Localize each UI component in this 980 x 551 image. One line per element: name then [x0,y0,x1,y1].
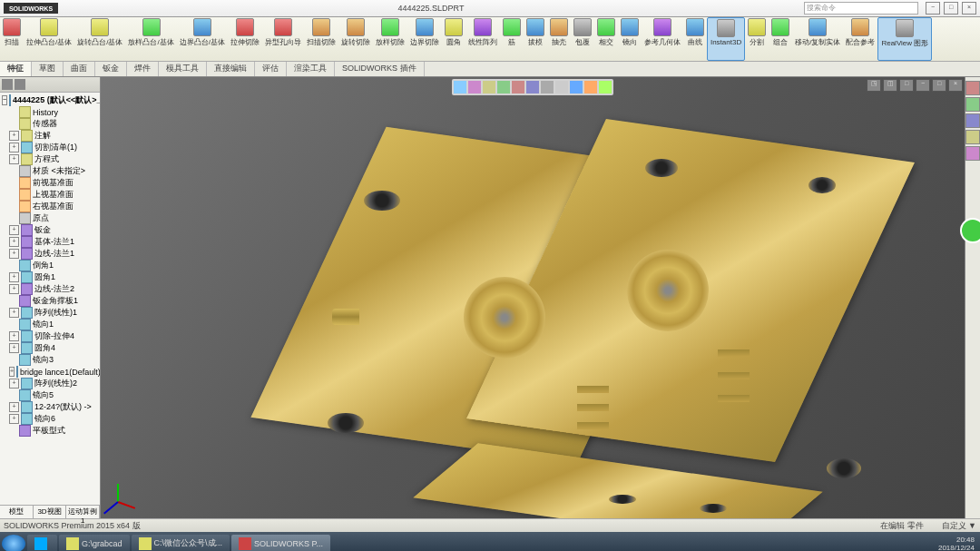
decals-tab[interactable] [965,97,980,112]
ribbon-btn-2[interactable]: 旋转凸台/基体 [74,17,125,61]
viewport-btn-3[interactable]: − [916,79,930,92]
ribbon-btn-24[interactable]: 移动/复制实体 [792,17,843,61]
tab-3[interactable]: 钣金 [95,62,127,76]
custom-props-tab[interactable] [965,130,980,144]
tab-2[interactable]: 曲面 [64,62,95,76]
tree-node[interactable]: +阵列(线性)2 [0,378,100,389]
ribbon-btn-9[interactable]: 放样切除 [373,17,407,61]
scenes-tab[interactable] [965,113,980,128]
tree-root-node[interactable]: − 4444225 (默认<<默认>_显示状 [0,94,100,106]
tab-4[interactable]: 焊件 [127,62,159,76]
ribbon-btn-19[interactable]: 参考几何体 [642,17,683,61]
3d-model[interactable] [264,113,881,513]
view-tool-10[interactable] [599,81,612,93]
filter-icon[interactable] [2,79,13,90]
expand-icon[interactable]: + [9,237,19,247]
view-tool-8[interactable] [570,81,583,93]
tree-node[interactable]: 原点 [0,212,100,224]
ribbon-btn-8[interactable]: 旋转切除 [338,17,373,61]
start-button[interactable] [2,535,25,552]
taskbar-item-2[interactable]: C:\微信公众号\成... [132,535,230,552]
minimize-button[interactable]: − [926,2,940,15]
view-tool-1[interactable] [468,81,481,93]
tree-node[interactable]: 镜向5 [0,389,100,401]
display-icon[interactable] [15,79,25,90]
expand-icon[interactable]: + [9,402,19,412]
view-tool-7[interactable] [555,81,568,93]
tab-9[interactable]: SOLIDWORKS 插件 [335,62,425,76]
viewport-btn-4[interactable]: □ [932,79,946,92]
maximize-button[interactable]: □ [944,2,958,15]
expand-icon[interactable]: + [9,414,19,424]
viewport-btn-0[interactable]: ◳ [867,79,881,92]
ribbon-btn-21[interactable]: Instant3D [707,17,745,61]
tree-node[interactable]: 前视基准面 [0,177,100,189]
tab-7[interactable]: 评估 [255,62,287,76]
expand-icon[interactable]: + [9,367,15,377]
feature-tree[interactable]: − 4444225 (默认<<默认>_显示状 History传感器+注解+切割清… [0,93,100,505]
expand-icon[interactable]: + [9,249,19,259]
tree-node[interactable]: +12-24?(默认) -> [0,401,100,413]
ribbon-btn-12[interactable]: 线性阵列 [466,17,500,61]
ribbon-btn-7[interactable]: 扫描切除 [304,17,338,61]
expand-icon[interactable]: + [9,272,19,282]
tree-node[interactable]: 右视基准面 [0,201,100,212]
ribbon-btn-23[interactable]: 组合 [769,17,792,61]
view-tool-4[interactable] [512,81,524,93]
tree-node[interactable]: History [0,106,100,118]
ribbon-btn-4[interactable]: 边界凸台/基体 [177,17,228,61]
tab-5[interactable]: 模具工具 [159,62,207,76]
status-custom[interactable]: 自定义 ▼ [942,520,976,532]
ribbon-btn-5[interactable]: 拉伸切除 [228,17,262,61]
system-clock[interactable]: 20:48 2018/12/24 [938,536,978,552]
taskbar-item-0[interactable] [27,535,57,552]
ribbon-btn-25[interactable]: 配合参考 [843,17,877,61]
expand-icon[interactable]: + [9,154,19,164]
tree-node[interactable]: +边线-法兰1 [0,248,100,260]
tree-node[interactable]: 传感器 [0,118,100,130]
bottom-tab-1[interactable]: 3D视图 [34,506,67,518]
expand-icon[interactable]: − [2,95,7,105]
tab-6[interactable]: 直接编辑 [207,62,255,76]
tree-node[interactable]: +圆角1 [0,271,100,283]
3d-viewport[interactable]: ◳◫□−□× [101,77,965,518]
taskbar-item-1[interactable]: G:\grabcad [59,535,130,552]
view-tool-6[interactable] [541,81,554,93]
expand-icon[interactable]: + [9,131,19,141]
ribbon-btn-26[interactable]: RealView 图形 [877,17,932,61]
ribbon-btn-3[interactable]: 放样凸台/基体 [125,17,176,61]
close-button[interactable]: × [962,2,976,15]
bottom-tab-0[interactable]: 模型 [0,506,34,518]
orientation-triad[interactable] [110,473,146,509]
tree-node[interactable]: 上视基准面 [0,189,100,201]
tree-node[interactable]: +边线-法兰2 [0,283,100,295]
bottom-tab-2[interactable]: 运动算例1 [66,506,100,518]
view-tool-2[interactable] [483,81,495,93]
viewport-btn-2[interactable]: □ [899,79,914,92]
tree-node[interactable]: +切除-拉伸4 [0,330,100,342]
tree-node[interactable]: +基体-法兰1 [0,236,100,248]
tree-node[interactable]: +钣金 [0,224,100,236]
expand-icon[interactable]: + [9,284,19,294]
tree-node[interactable]: 镜向1 [0,319,100,330]
expand-icon[interactable]: + [9,143,19,153]
viewport-btn-5[interactable]: × [948,79,963,92]
view-tool-5[interactable] [526,81,539,93]
ribbon-btn-20[interactable]: 曲线 [683,17,707,61]
ribbon-btn-1[interactable]: 拉伸凸台/基体 [24,17,74,61]
ribbon-btn-0[interactable]: 扫描 [0,17,24,61]
tab-1[interactable]: 草图 [32,62,64,76]
viewport-btn-1[interactable]: ◫ [883,79,897,92]
tree-node[interactable]: 镜向3 [0,354,100,366]
tree-node[interactable]: +注解 [0,130,100,142]
expand-icon[interactable]: + [9,379,19,389]
search-input[interactable]: 搜索命令 [804,2,918,15]
view-tool-3[interactable] [497,81,510,93]
help-bubble[interactable] [960,218,980,243]
ribbon-btn-18[interactable]: 镜向 [618,17,642,61]
ribbon-btn-6[interactable]: 异型孔向导 [262,17,304,61]
tree-node[interactable]: 倒角1 [0,260,100,271]
tab-8[interactable]: 渲染工具 [287,62,335,76]
other-tab[interactable] [965,146,980,161]
ribbon-btn-15[interactable]: 抽壳 [547,17,571,61]
